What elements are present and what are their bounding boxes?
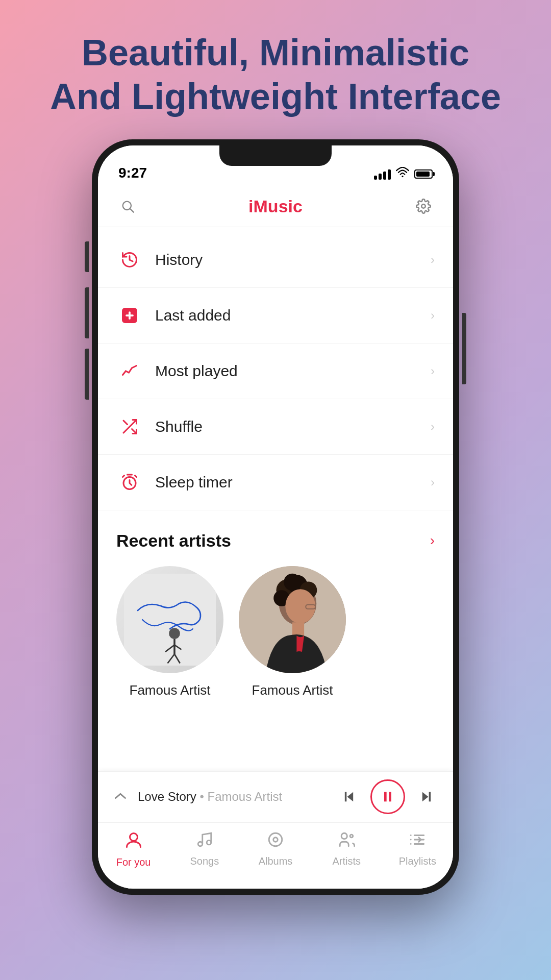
- nav-artists[interactable]: Artists: [311, 831, 382, 867]
- np-next-button[interactable]: [415, 786, 438, 808]
- recent-artists-more[interactable]: ›: [430, 532, 435, 549]
- svg-point-3: [421, 205, 425, 209]
- artist-name-1: Famous Artist: [130, 682, 211, 698]
- svg-rect-32: [384, 792, 387, 802]
- svg-rect-35: [429, 792, 431, 802]
- svg-rect-33: [389, 792, 391, 802]
- shuffle-icon: [116, 413, 143, 440]
- headline: Beautiful, Minimalistic And Lightweight …: [9, 0, 542, 139]
- volume-up-button: [85, 287, 89, 338]
- last-added-icon: [116, 302, 143, 329]
- svg-marker-34: [422, 792, 429, 802]
- most-played-chevron: ›: [431, 364, 435, 378]
- wifi-icon: [396, 167, 409, 181]
- headline-line2: And Lightweight Interface: [50, 75, 501, 118]
- last-added-label: Last added: [155, 307, 431, 324]
- svg-point-37: [198, 842, 203, 846]
- artist-item-1[interactable]: Famous Artist: [116, 566, 223, 698]
- history-label: History: [155, 251, 431, 268]
- svg-point-36: [130, 833, 137, 841]
- recent-artists-header: Recent artists ›: [98, 516, 453, 561]
- svg-point-26: [284, 573, 301, 591]
- np-song-title: Love Story: [138, 790, 196, 803]
- settings-button[interactable]: [412, 195, 435, 217]
- last-added-chevron: ›: [431, 308, 435, 323]
- menu-item-most-played[interactable]: Most played ›: [98, 344, 453, 399]
- np-separator: •: [199, 790, 207, 803]
- headline-line1: Beautiful, Minimalistic: [50, 31, 501, 75]
- menu-item-last-added[interactable]: Last added ›: [98, 288, 453, 344]
- shuffle-chevron: ›: [431, 420, 435, 434]
- nav-playlists-label: Playlists: [399, 855, 436, 867]
- np-info: Love Story • Famous Artist: [138, 790, 338, 804]
- artist-avatar-2: [239, 566, 346, 673]
- power-button: [462, 313, 466, 384]
- phone-screen: 9:27: [98, 145, 453, 889]
- nav-albums-label: Albums: [259, 855, 293, 867]
- svg-point-39: [269, 833, 282, 846]
- most-played-icon: [116, 358, 143, 384]
- svg-point-27: [285, 589, 315, 623]
- status-time: 9:27: [118, 165, 147, 181]
- volume-silent-button: [85, 241, 89, 272]
- shuffle-label: Shuffle: [155, 418, 431, 435]
- nav-songs[interactable]: ♩ Songs: [169, 831, 240, 867]
- history-chevron: ›: [431, 253, 435, 267]
- app-title: iMusic: [139, 197, 412, 216]
- now-playing-bar[interactable]: Love Story • Famous Artist: [98, 771, 453, 822]
- artist-item-2[interactable]: Famous Artist: [239, 566, 346, 698]
- recent-artists-title: Recent artists: [116, 531, 430, 551]
- status-icons: [374, 167, 433, 181]
- svg-point-41: [341, 833, 347, 839]
- songs-icon: ♩: [196, 831, 213, 852]
- artist-avatar-1: [116, 566, 223, 673]
- albums-icon: [267, 831, 284, 852]
- artist-name-2: Famous Artist: [252, 682, 333, 698]
- svg-rect-31: [345, 792, 347, 802]
- np-controls: [338, 779, 438, 814]
- np-expand-button[interactable]: [113, 790, 128, 804]
- svg-point-40: [273, 838, 278, 842]
- main-content: History › Last added ›: [98, 227, 453, 771]
- volume-down-button: [85, 349, 89, 400]
- nav-for-you[interactable]: For you: [98, 831, 169, 868]
- svg-point-13: [169, 628, 180, 639]
- nav-songs-label: Songs: [190, 855, 219, 867]
- bottom-nav: For you ♩ Songs: [98, 822, 453, 889]
- signal-icon: [374, 168, 391, 180]
- most-played-label: Most played: [155, 362, 431, 380]
- artists-row: Famous Artist: [98, 561, 453, 708]
- svg-marker-30: [347, 792, 354, 802]
- history-icon: [116, 247, 143, 273]
- svg-line-2: [130, 209, 133, 212]
- phone-outer: 9:27: [92, 139, 459, 895]
- app-title-colored: Music: [254, 197, 303, 216]
- nav-artists-label: Artists: [332, 855, 361, 867]
- svg-point-0: [402, 176, 403, 177]
- status-bar: 9:27: [98, 145, 453, 186]
- app-title-plain: i: [248, 197, 253, 216]
- np-pause-button[interactable]: [370, 779, 405, 814]
- svg-point-38: [207, 840, 211, 845]
- nav-playlists[interactable]: Playlists: [382, 831, 453, 867]
- app-header: iMusic: [98, 186, 453, 227]
- nav-for-you-label: For you: [116, 856, 151, 868]
- svg-rect-28: [292, 622, 304, 635]
- np-artist-name: Famous Artist: [207, 790, 282, 803]
- sleep-timer-label: Sleep timer: [155, 474, 431, 491]
- nav-albums[interactable]: Albums: [240, 831, 311, 867]
- sleep-timer-icon: [116, 469, 143, 496]
- menu-list: History › Last added ›: [98, 227, 453, 516]
- menu-item-sleep-timer[interactable]: Sleep timer ›: [98, 455, 453, 510]
- svg-point-42: [350, 835, 353, 838]
- notch: [219, 145, 332, 166]
- for-you-icon: [124, 831, 143, 853]
- menu-item-shuffle[interactable]: Shuffle ›: [98, 399, 453, 455]
- svg-line-9: [123, 421, 128, 425]
- playlists-icon: [409, 831, 426, 852]
- np-prev-button[interactable]: [338, 786, 360, 808]
- svg-rect-12: [124, 574, 216, 666]
- menu-item-history[interactable]: History ›: [98, 232, 453, 288]
- search-button[interactable]: [116, 195, 139, 217]
- sleep-timer-chevron: ›: [431, 475, 435, 489]
